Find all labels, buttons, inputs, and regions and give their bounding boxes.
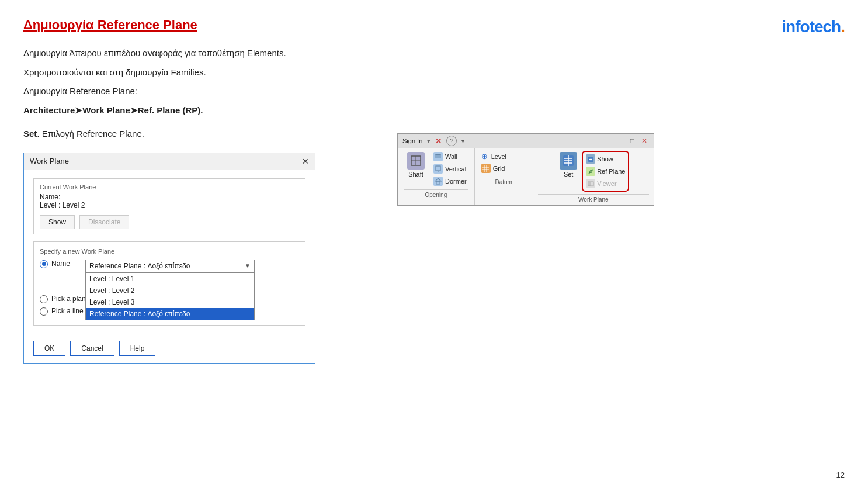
ribbon-datum-section: ⊕ Level	[475, 148, 533, 205]
grid-button[interactable]: Grid	[480, 162, 528, 174]
dropdown-list: Level : Level 1 Level : Level 2 Level : …	[85, 272, 255, 320]
dropdown-option-1[interactable]: Level : Level 2	[86, 285, 254, 296]
set-icon	[560, 152, 577, 170]
set-label-text: Set	[564, 171, 574, 178]
grid-icon	[481, 164, 491, 173]
level-icon: ⊕	[481, 152, 488, 161]
current-wp-label: Current Work Plane	[40, 184, 299, 191]
wall-button[interactable]: Wall	[432, 151, 468, 162]
vertical-button[interactable]: Vertical	[432, 163, 468, 175]
level-button[interactable]: ⊕ Level	[480, 151, 528, 162]
right-content: Sign In ▾ ✕ ? ▾ — □ ✕	[397, 127, 845, 206]
shaft-button[interactable]: Shaft	[404, 151, 428, 179]
dropdown-option-2[interactable]: Level : Level 3	[86, 296, 254, 308]
radio-pick-plane[interactable]	[40, 295, 48, 303]
ribbon-top-controls: — □ ✕	[614, 137, 649, 145]
opening-rows: Wall Vertical	[432, 151, 468, 187]
svg-rect-5	[436, 166, 440, 171]
wall-icon	[433, 152, 443, 161]
page-title: Δημιουργία Reference Plane	[23, 18, 197, 33]
ribbon-top-left: Sign In ▾ ✕ ? ▾	[402, 136, 464, 146]
main-layout: Set. Επιλογή Reference Plane. Work Plane…	[23, 127, 845, 364]
ref-plane-label: Ref Plane	[597, 168, 625, 175]
viewer-label: Viewer	[597, 180, 616, 187]
restore-button[interactable]: □	[629, 137, 636, 145]
set-button[interactable]: Set	[557, 151, 579, 179]
dropdown-selected[interactable]: Reference Plane : Λοξό επίπεδο ▼	[85, 260, 255, 272]
dissociate-button[interactable]: Dissociate	[79, 215, 129, 229]
specify-label: Specify a new Work Plane	[40, 248, 299, 255]
sign-in-label[interactable]: Sign In	[402, 137, 422, 144]
work-plane-dialog: Work Plane ✕ Current Work Plane Name: Le…	[23, 153, 315, 364]
grid-label: Grid	[493, 165, 505, 172]
ribbon-top-bar: Sign In ▾ ✕ ? ▾ — □ ✕	[398, 134, 654, 148]
cancel-button[interactable]: Cancel	[70, 341, 114, 356]
page-number: 12	[836, 471, 845, 479]
workplane-inner: Set	[557, 151, 629, 192]
ref-plane-icon	[586, 167, 595, 176]
ribbon-workplane-section: Set	[533, 148, 654, 205]
help-button[interactable]: Help	[119, 341, 156, 356]
radio-pick-plane-label: Pick a plane	[51, 295, 89, 303]
close-x-icon[interactable]: ✕	[435, 137, 442, 146]
dialog-titlebar: Work Plane ✕	[24, 153, 315, 170]
help-circle-icon[interactable]: ?	[446, 136, 457, 146]
body-line-2: Χρησιμοποιούνται και στη δημιουργία Fami…	[23, 66, 845, 79]
cwp-name-label: Name:	[40, 193, 299, 201]
opening-inner: Shaft	[404, 151, 468, 187]
ribbon-main: Shaft	[398, 148, 654, 205]
cwp-buttons: Show Dissociate	[40, 215, 299, 229]
shaft-icon	[407, 152, 425, 170]
svg-marker-7	[435, 178, 441, 181]
ribbon-dropdown-arrow[interactable]: ▾	[461, 138, 464, 144]
logo-text: info	[782, 18, 809, 36]
level-label: Level	[491, 153, 506, 160]
set-desc-text: . Επιλογή Reference Plane.	[37, 129, 144, 139]
dropdown-arrow-icon: ▼	[245, 262, 251, 269]
minimize-button[interactable]: —	[614, 137, 625, 145]
show-wp-icon	[586, 154, 595, 164]
left-content: Set. Επιλογή Reference Plane. Work Plane…	[23, 127, 362, 364]
body-line-1: Δημιουργία Άπειρου επιπέδου αναφοράς για…	[23, 47, 845, 60]
ok-button[interactable]: OK	[33, 341, 65, 356]
svg-rect-3	[435, 155, 441, 158]
logo-dot: .	[841, 18, 845, 36]
dialog-title-text: Work Plane	[30, 157, 69, 165]
radio-name-label: Name	[51, 260, 70, 268]
dialog-close-button[interactable]: ✕	[302, 157, 309, 166]
dialog-body: Current Work Plane Name: Level : Level 2…	[24, 170, 315, 334]
bold-text: Architecture➤Work Plane➤Ref. Plane (RP).	[23, 104, 845, 117]
datum-section-label: Datum	[480, 177, 528, 187]
dormer-label: Dormer	[445, 178, 467, 185]
ref-plane-button[interactable]: Ref Plane	[584, 165, 627, 177]
set-description: Set. Επιλογή Reference Plane.	[23, 127, 362, 141]
svg-rect-4	[435, 154, 441, 155]
wall-label: Wall	[445, 153, 457, 160]
viewer-button[interactable]: Viewer	[584, 178, 627, 189]
show-button[interactable]: Show	[40, 215, 75, 229]
svg-rect-8	[436, 181, 440, 184]
dropdown-option-0[interactable]: Level : Level 1	[86, 273, 254, 285]
cwp-name-value: Level : Level 2	[40, 201, 299, 209]
window-close-button[interactable]: ✕	[640, 137, 649, 145]
set-bold: Set	[23, 129, 37, 139]
dropdown-option-3[interactable]: Reference Plane : Λοξό επίπεδο	[86, 308, 254, 320]
ribbon-window: Sign In ▾ ✕ ? ▾ — □ ✕	[397, 133, 654, 206]
logo: infotech.	[782, 18, 845, 36]
radio-pick-line[interactable]	[40, 307, 48, 316]
logo-tech: tech	[810, 18, 841, 36]
specify-section: Specify a new Work Plane Name Reference …	[33, 241, 305, 326]
datum-rows: ⊕ Level	[480, 151, 528, 174]
divider-icon: ▾	[427, 137, 430, 145]
opening-section-label: Opening	[404, 189, 468, 200]
workplane-highlighted-group: Show	[582, 151, 629, 192]
show-wp-button[interactable]: Show	[584, 153, 627, 165]
radio-name[interactable]	[40, 260, 48, 268]
vertical-icon	[433, 164, 443, 174]
page-container: Δημιουργία Reference Plane infotech. Δημ…	[0, 0, 868, 491]
viewer-icon	[586, 179, 595, 188]
svg-rect-23	[588, 182, 593, 186]
radio-name-row: Name Reference Plane : Λοξό επίπεδο ▼ Le…	[40, 260, 299, 272]
dormer-button[interactable]: Dormer	[432, 175, 468, 187]
body-line-3: Δημιουργία Reference Plane:	[23, 85, 845, 98]
